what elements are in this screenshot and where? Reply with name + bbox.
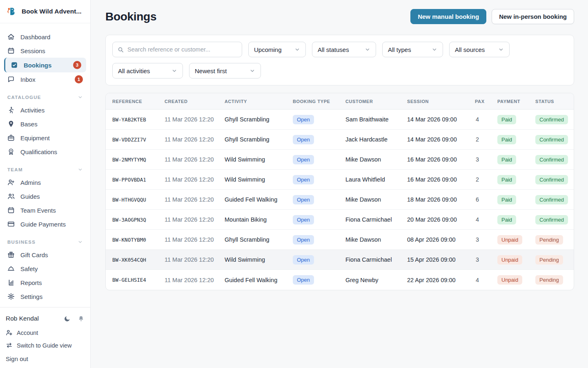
sidebar-item-sessions[interactable]: Sessions: [0, 44, 90, 58]
pax-count: 4: [475, 277, 497, 283]
sort-select[interactable]: Newest first: [189, 63, 261, 79]
session-datetime: 18 Mar 2026 09:00: [407, 196, 475, 203]
chevron-down-icon: [498, 47, 504, 52]
source-filter-select[interactable]: All sources: [449, 42, 510, 57]
booking-type-badge: Open: [293, 255, 314, 265]
table-row[interactable]: BW-KNOTYBM0 11 Mar 2026 12:20 Ghyll Scra…: [106, 230, 574, 250]
timeframe-select[interactable]: Upcoming: [248, 42, 306, 57]
payment-badge: Unpaid: [497, 275, 522, 285]
sidebar-item-equipment[interactable]: Equipment: [0, 131, 90, 145]
table-row[interactable]: BW-HTHGVQQU 11 Mar 2026 12:20 Guided Fel…: [106, 190, 574, 210]
payment-badge: Paid: [497, 175, 516, 184]
new-manual-booking-button[interactable]: New manual booking: [410, 9, 486, 24]
activity-name: Ghyll Scrambling: [225, 136, 293, 143]
created-at: 11 Mar 2026 12:20: [165, 277, 225, 283]
chevron-down-icon: [78, 94, 83, 100]
search-box: [112, 42, 242, 57]
sidebar-item-team-events[interactable]: Team Events: [0, 203, 90, 217]
swap-arrows-icon: [6, 342, 13, 349]
activity-name: Mountain Biking: [225, 216, 293, 223]
created-at: 11 Mar 2026 12:20: [165, 116, 225, 123]
pax-count: 4: [475, 216, 497, 223]
account-link[interactable]: Account: [6, 326, 85, 339]
type-filter-value: All types: [388, 46, 411, 53]
sidebar-item-bases[interactable]: Bases: [0, 117, 90, 131]
map-pin-icon: [7, 120, 15, 128]
bell-icon[interactable]: [78, 315, 85, 322]
pax-count: 6: [475, 196, 497, 203]
status-filter-select[interactable]: All statuses: [312, 42, 376, 57]
booking-type-badge: Open: [293, 275, 314, 285]
booking-type-badge: Open: [293, 215, 314, 224]
booking-type-badge: Open: [293, 235, 314, 245]
sidebar-item-settings[interactable]: Settings: [0, 289, 90, 303]
sidebar-item-guide-payments[interactable]: Guide Payments: [0, 217, 90, 231]
sidebar-item-label: Gift Cards: [20, 251, 48, 258]
column-header-customer: CUSTOMER: [345, 99, 407, 104]
session-datetime: 16 Mar 2026 09:00: [407, 176, 475, 183]
sidebar-item-admins[interactable]: Admins: [0, 175, 90, 189]
chart-icon: [7, 279, 15, 286]
chevron-down-icon: [432, 47, 437, 52]
sidebar-item-dashboard[interactable]: Dashboard: [0, 30, 90, 44]
created-at: 11 Mar 2026 12:20: [165, 176, 225, 183]
pax-count: 3: [475, 256, 497, 263]
table-row[interactable]: BW-VDDZZI7V 11 Mar 2026 12:20 Ghyll Scra…: [106, 130, 574, 150]
section-title: TEAM: [7, 167, 23, 172]
status-filter-value: All statuses: [318, 46, 349, 53]
sidebar-item-gift-cards[interactable]: Gift Cards: [0, 248, 90, 262]
table-row[interactable]: BW-GELHSIE4 11 Mar 2026 12:20 Guided Fel…: [106, 270, 574, 290]
sidebar-item-inbox[interactable]: Inbox 1: [0, 72, 90, 86]
table-row[interactable]: BW-PPOVBDA1 11 Mar 2026 12:20 Wild Swimm…: [106, 170, 574, 190]
search-input[interactable]: [127, 46, 237, 53]
chevron-down-icon: [78, 239, 83, 245]
section-header-team[interactable]: TEAM: [7, 167, 83, 172]
sidebar-item-label: Bases: [20, 121, 38, 128]
calendar-icon: [7, 206, 15, 214]
inbox-count-badge: 1: [75, 75, 83, 83]
activity-name: Guided Fell Walking: [225, 196, 293, 203]
booking-reference: BW-HTHGVQQU: [112, 197, 165, 203]
sidebar-item-activities[interactable]: Activities: [0, 103, 90, 117]
brand-header[interactable]: Book Wild Advent...: [0, 0, 90, 23]
table-row[interactable]: BW-XK054CQH 11 Mar 2026 12:20 Wild Swimm…: [106, 250, 574, 270]
section-header-business[interactable]: BUSINESS: [7, 239, 83, 245]
moon-icon[interactable]: [64, 315, 71, 322]
main-content: Bookings New manual booking New in-perso…: [91, 0, 588, 368]
status-badge: Pending: [535, 235, 563, 245]
payment-badge: Unpaid: [497, 255, 522, 265]
calendar-icon: [7, 47, 15, 54]
created-at: 11 Mar 2026 12:20: [165, 156, 225, 163]
gift-icon: [7, 251, 15, 258]
sign-out-link[interactable]: Sign out: [6, 352, 85, 363]
booking-reference: BW-PPOVBDA1: [112, 177, 165, 183]
new-in-person-booking-button[interactable]: New in-person booking: [492, 9, 574, 24]
customer-name: Mike Dawson: [345, 236, 407, 243]
sidebar-item-guides[interactable]: Guides: [0, 189, 90, 203]
sidebar-item-qualifications[interactable]: Qualifications: [0, 145, 90, 159]
chevron-down-icon: [172, 68, 177, 74]
sidebar-item-reports[interactable]: Reports: [0, 276, 90, 289]
sidebar-item-label: Safety: [20, 265, 38, 272]
activity-filter-select[interactable]: All activities: [112, 63, 183, 79]
section-header-catalogue[interactable]: CATALOGUE: [7, 94, 83, 100]
payment-badge: Unpaid: [497, 235, 522, 245]
sidebar-item-label: Guide Payments: [20, 221, 66, 228]
switch-to-guide-view-link[interactable]: Switch to Guide view: [6, 339, 85, 352]
activity-name: Ghyll Scrambling: [225, 236, 293, 243]
briefcase-icon: [7, 134, 15, 141]
sidebar-item-bookings[interactable]: Bookings 3: [4, 58, 86, 72]
column-header-status: STATUS: [535, 99, 569, 104]
table-row[interactable]: BW-3AOGPN3Q 11 Mar 2026 12:20 Mountain B…: [106, 210, 574, 230]
filters-panel: Upcoming All statuses All types All sour…: [105, 35, 574, 85]
check-square-icon: [11, 61, 18, 69]
status-badge: Confirmed: [535, 155, 568, 164]
sidebar-item-label: Sessions: [20, 47, 45, 54]
table-row[interactable]: BW-YAB2KTEB 11 Mar 2026 12:20 Ghyll Scra…: [106, 110, 574, 130]
award-icon: [7, 148, 15, 155]
sidebar-item-safety[interactable]: Safety: [0, 262, 90, 276]
type-filter-select[interactable]: All types: [382, 42, 443, 57]
table-row[interactable]: BW-2NMYTYMQ 11 Mar 2026 12:20 Wild Swimm…: [106, 150, 574, 170]
search-icon: [118, 47, 124, 53]
column-header-pax: PAX: [475, 99, 497, 104]
